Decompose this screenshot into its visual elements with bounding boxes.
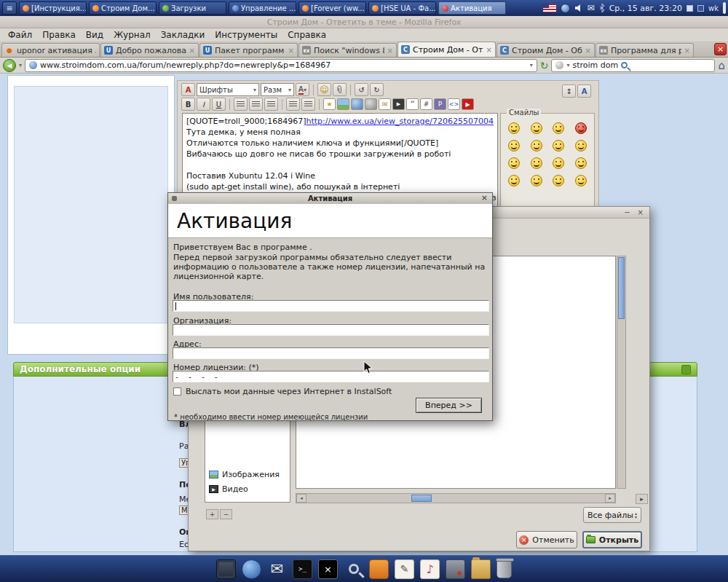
align-left-button[interactable] — [234, 98, 248, 111]
send-data-checkbox[interactable] — [173, 388, 181, 396]
organization-input[interactable] — [173, 324, 489, 336]
tab[interactable]: ●uponor активация ... — [1, 43, 100, 57]
menu-history[interactable]: Журнал — [108, 30, 156, 40]
smiley-icon[interactable] — [553, 140, 564, 152]
web-browser-icon[interactable] — [242, 559, 261, 579]
smiley-icon[interactable] — [531, 122, 542, 134]
add-place-button[interactable]: + — [206, 509, 218, 519]
activation-titlebar[interactable]: Активация × — [168, 193, 492, 204]
bullet-list-button[interactable] — [301, 98, 315, 111]
next-button[interactable]: Вперед >> — [416, 398, 482, 413]
window-titlebar[interactable]: Строим Дом - Ответить в теме - Mozilla F… — [0, 16, 728, 28]
settings-tools-icon[interactable] — [446, 559, 465, 579]
smiley-icon[interactable] — [508, 175, 520, 186]
tab[interactable]: UДобро пожаловат...× — [100, 43, 199, 57]
tab[interactable]: EXПоиск "windows 8 ...× — [298, 43, 397, 57]
package-manager-icon[interactable] — [369, 559, 389, 579]
clock[interactable]: Ср., 15 авг. 23:20 — [609, 4, 682, 13]
applications-menu-icon[interactable]: ≡ — [2, 1, 17, 15]
text-color-button[interactable]: A▾ — [296, 83, 309, 96]
taskbar-item[interactable]: Загрузки — [159, 1, 226, 15]
place-videos[interactable]: ▶Видео — [209, 484, 248, 494]
search-engine-dropdown-icon[interactable]: ▾ — [566, 62, 569, 68]
taskbar-item[interactable]: [HSE UA - Фа... — [368, 1, 436, 15]
resize-editor-icon[interactable]: ↕ — [562, 84, 576, 98]
remove-link-button[interactable] — [365, 98, 377, 110]
scroll-right-icon[interactable]: ▸ — [605, 494, 615, 503]
panel-handle[interactable] — [723, 2, 726, 14]
history-dropdown-icon[interactable]: ▾ — [19, 62, 22, 68]
spellcheck-icon[interactable]: A — [577, 84, 591, 98]
insert-php-button[interactable]: P — [434, 98, 446, 110]
undo-button[interactable]: ↺ — [355, 83, 368, 96]
trash-icon[interactable] — [496, 560, 512, 578]
smiley-devil-icon[interactable] — [575, 122, 587, 134]
collapse-section-icon[interactable] — [681, 365, 691, 374]
pane-expand-icon[interactable]: ▸ — [636, 494, 648, 504]
force-quit-icon[interactable]: × — [318, 559, 338, 579]
search-engine-icon[interactable] — [555, 61, 563, 69]
insert-smiley-button[interactable]: ☺ — [317, 83, 331, 96]
close-tab-button[interactable]: × — [714, 43, 727, 55]
smiley-icon[interactable] — [553, 175, 564, 186]
open-button[interactable]: Открыть — [582, 531, 642, 548]
align-center-button[interactable] — [249, 98, 263, 111]
tab[interactable]: UПакет программ U...× — [199, 43, 298, 57]
display-settings-icon[interactable] — [216, 559, 236, 579]
smiley-icon[interactable] — [575, 175, 587, 186]
tab-close-icon[interactable]: × — [288, 47, 294, 55]
license-input[interactable]: - - - - — [173, 371, 489, 382]
back-button[interactable]: ◀ — [3, 59, 16, 72]
smiley-icon[interactable] — [508, 140, 520, 152]
taskbar-item[interactable]: Управление ... — [229, 1, 296, 15]
bold-button[interactable]: B — [181, 98, 195, 111]
search-go-icon[interactable] — [621, 62, 628, 68]
insert-quote-button[interactable]: “ — [406, 98, 419, 110]
redo-button[interactable]: ↻ — [370, 83, 384, 96]
workspace-pager[interactable] — [697, 5, 704, 12]
close-icon[interactable]: × — [481, 193, 488, 202]
close-icon[interactable]: × — [638, 208, 644, 216]
window-menu-icon[interactable] — [172, 196, 177, 201]
smiley-icon[interactable] — [531, 157, 542, 169]
remove-place-button[interactable]: − — [220, 509, 232, 519]
tab-close-icon[interactable]: × — [387, 47, 393, 55]
music-player-icon[interactable]: ♪ — [420, 559, 440, 579]
underline-button[interactable]: U — [212, 98, 226, 111]
tab[interactable]: CСтроим Дом - Объ...× — [496, 43, 595, 57]
insert-code-button[interactable]: # — [420, 98, 432, 110]
text-editor-icon[interactable]: ✎ — [395, 559, 414, 579]
file-type-filter[interactable]: Все файлы ▴▾ — [583, 507, 641, 523]
insert-video-button[interactable]: ▶ — [392, 98, 405, 110]
workspace-pager[interactable] — [687, 5, 693, 12]
font-tool-icon[interactable]: A — [181, 83, 195, 96]
size-select[interactable]: Разм▾ — [261, 83, 294, 96]
url-bar[interactable]: www.stroimdom.com.ua/forum/newreply.php?… — [25, 59, 537, 72]
terminal-icon[interactable]: >_ — [293, 559, 312, 579]
place-pictures[interactable]: Изображения — [209, 470, 280, 479]
tab-active[interactable]: CСтроим Дом - Отв...× — [397, 42, 496, 57]
taskbar-item-active[interactable]: Активация — [438, 1, 506, 15]
reload-button[interactable]: ↻ — [540, 60, 549, 71]
menu-edit[interactable]: Правка — [37, 30, 81, 40]
align-right-button[interactable] — [264, 98, 278, 111]
mail-client-icon[interactable]: ✉ — [267, 559, 287, 579]
smiley-icon[interactable] — [553, 122, 564, 134]
attach-file-button[interactable] — [333, 83, 347, 96]
font-select[interactable]: Шрифты▾ — [197, 83, 259, 96]
wrap-star-button[interactable]: ★ — [323, 98, 336, 110]
menu-view[interactable]: Вид — [81, 30, 108, 40]
smiley-icon[interactable] — [508, 157, 520, 169]
file-manager-icon[interactable] — [471, 559, 491, 579]
insert-youtube-button[interactable]: ▶ — [462, 98, 474, 110]
menu-file[interactable]: Файл — [3, 30, 37, 40]
taskbar-item[interactable]: Строим Дом... — [89, 1, 157, 15]
tab[interactable]: EXПрограмма для ра...× — [596, 43, 694, 57]
smiley-icon[interactable] — [531, 175, 542, 186]
file-list-vertical-scrollbar[interactable] — [617, 256, 626, 489]
menu-tools[interactable]: Инструменты — [210, 30, 282, 40]
url-dropdown-icon[interactable]: ▾ — [530, 62, 533, 68]
insert-html-button[interactable]: <> — [448, 98, 460, 110]
mail-tray-icon[interactable]: ✉ — [587, 3, 595, 13]
address-input[interactable] — [173, 347, 489, 359]
